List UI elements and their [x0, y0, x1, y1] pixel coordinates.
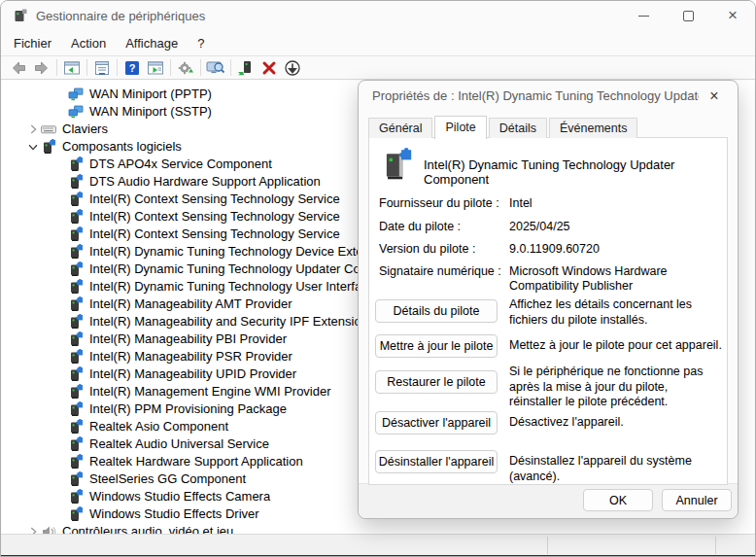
toolbar-separator: [230, 59, 231, 76]
roll-back-driver-button[interactable]: Restaurer le pilote: [375, 370, 498, 394]
maximize-button[interactable]: [666, 1, 710, 30]
software-component-icon: [68, 401, 84, 417]
device-icon: [379, 148, 414, 183]
software-component-icon: [68, 157, 84, 172]
software-component-icon: [68, 244, 84, 260]
dialog-tabs: Général Pilote Détails Événements: [368, 115, 639, 138]
software-component-icon: [68, 506, 84, 522]
menu-affichage[interactable]: Affichage: [116, 33, 188, 53]
menu-bar: Fichier Action Affichage ?: [1, 30, 755, 55]
field-value: Microsoft Windows Hardware Compatibility…: [509, 264, 715, 294]
back-button[interactable]: [7, 57, 30, 78]
uninstall-button[interactable]: [258, 57, 281, 78]
svg-text:?: ?: [129, 62, 136, 74]
software-component-icon: [68, 226, 84, 242]
field-label: Version du pilote :: [379, 242, 509, 257]
toolbar-separator: [56, 59, 57, 76]
status-bar-separator: [715, 537, 716, 554]
minimize-button[interactable]: [621, 1, 666, 30]
toolbar-separator: [86, 59, 87, 76]
software-component-icon: [68, 261, 84, 277]
tab-general[interactable]: Général: [368, 118, 432, 138]
roll-back-driver-desc: Si le périphérique ne fonctionne pas apr…: [509, 365, 723, 410]
driver-tab-page: Intel(R) Dynamic Tuning Technology Updat…: [368, 137, 728, 485]
software-component-icon: [68, 349, 84, 365]
toolbar-separator: [170, 59, 171, 76]
update-driver-button[interactable]: [234, 57, 258, 78]
uninstall-device-button[interactable]: Désinstaller l'appareil: [375, 450, 498, 473]
software-component-icon: [68, 366, 84, 382]
properties-dialog: Propriétés de : Intel(R) Dynamic Tuning …: [358, 80, 739, 519]
network-adapter-icon: [68, 87, 84, 102]
console-tree-button[interactable]: [60, 57, 84, 78]
toolbar: ?: [1, 55, 755, 80]
uninstall-device-desc: Désinstallez l'appareil du système (avan…: [509, 454, 723, 484]
software-component-icon: [68, 296, 84, 312]
software-component-icon: [68, 471, 84, 487]
toolbar-separator: [200, 59, 201, 76]
software-component-icon: [68, 191, 84, 207]
field-row: Version du pilote :9.0.11909.60720: [379, 242, 715, 257]
cancel-button[interactable]: Annuler: [662, 489, 732, 511]
disable-device-desc: Désactivez l'appareil.: [509, 415, 723, 431]
help-button[interactable]: ?: [120, 57, 144, 78]
software-component-icon: [68, 489, 84, 505]
chevron-expanded-icon[interactable]: [25, 139, 41, 155]
keyboard-icon: [41, 122, 56, 137]
field-row: Date du pilote :2025/04/25: [379, 220, 715, 234]
status-bar-separator: [547, 537, 548, 554]
software-component-icon: [68, 436, 84, 452]
ok-button[interactable]: OK: [583, 489, 653, 511]
disable-device-button[interactable]: [281, 57, 304, 78]
app-icon: [13, 8, 28, 23]
network-adapter-icon: [68, 104, 84, 120]
field-value: Intel: [509, 196, 715, 211]
menu-help[interactable]: ?: [188, 33, 214, 53]
disable-device-button-dialog[interactable]: Désactiver l'appareil: [375, 411, 498, 435]
field-value: 2025/04/25: [509, 220, 715, 234]
status-bar: [1, 534, 755, 556]
field-value: 9.0.11909.60720: [509, 242, 715, 257]
tab-pilote[interactable]: Pilote: [434, 116, 486, 139]
software-component-icon: [68, 419, 84, 435]
toolbar-separator: [117, 59, 118, 76]
tab-details[interactable]: Détails: [489, 118, 547, 138]
scan-computer-button[interactable]: [204, 57, 227, 78]
field-row: Fournisseur du pilote :Intel: [379, 196, 715, 211]
chevron-collapsed-icon[interactable]: [25, 122, 41, 137]
dialog-title: Propriétés de : Intel(R) Dynamic Tuning …: [372, 88, 699, 103]
software-component-icon: [68, 454, 84, 470]
software-component-icon: [68, 174, 84, 190]
close-button[interactable]: ×: [710, 1, 755, 30]
field-label: Date du pilote :: [379, 220, 509, 234]
software-component-icon: [68, 331, 84, 347]
field-row: Signataire numérique :Microsoft Windows …: [379, 264, 715, 294]
window-controls: ×: [621, 1, 755, 30]
device-manager-window: Gestionnaire de périphériques × Fichier …: [0, 0, 756, 557]
software-component-icon: [68, 384, 84, 400]
dialog-close-button[interactable]: ×: [704, 87, 724, 106]
title-bar: Gestionnaire de périphériques ×: [1, 1, 755, 30]
software-component-icon: [41, 139, 56, 155]
forward-button[interactable]: [30, 57, 53, 78]
update-driver-button-dialog[interactable]: Mettre à jour le pilote: [375, 334, 498, 358]
dialog-footer: OK Annuler: [359, 483, 738, 518]
tab-evenements[interactable]: Événements: [549, 118, 637, 138]
menu-fichier[interactable]: Fichier: [4, 33, 61, 53]
update-driver-desc: Mettez à jour le pilote pour cet apparei…: [509, 338, 723, 354]
menu-action[interactable]: Action: [61, 33, 116, 53]
window-title: Gestionnaire de périphériques: [36, 9, 205, 23]
device-name: Intel(R) Dynamic Tuning Technology Updat…: [424, 157, 727, 187]
driver-details-desc: Affichez les détails concernant les fich…: [509, 297, 723, 328]
software-component-icon: [68, 279, 84, 295]
field-label: Signataire numérique :: [379, 264, 509, 279]
software-component-icon: [68, 314, 84, 330]
export-list-button[interactable]: [144, 57, 167, 78]
driver-details-button[interactable]: Détails du pilote: [375, 299, 498, 323]
properties-button[interactable]: [90, 57, 114, 78]
software-component-icon: [68, 209, 84, 225]
field-label: Fournisseur du pilote :: [379, 196, 509, 211]
gear-refresh-button[interactable]: [174, 57, 197, 78]
